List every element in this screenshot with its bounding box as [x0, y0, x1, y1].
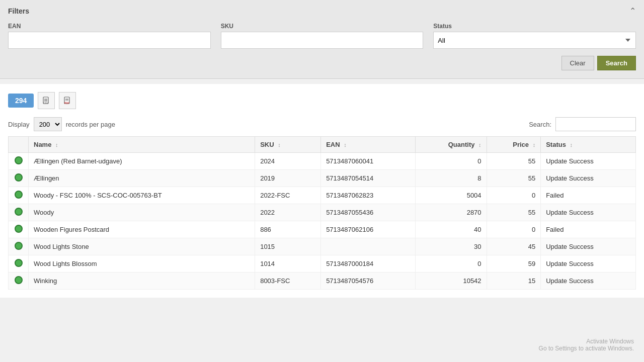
svg-text:PDF: PDF [64, 102, 69, 105]
row-name: Winking [29, 273, 255, 290]
row-ean: 5713487062823 [321, 187, 416, 204]
table-header: Name ↕ SKU ↕ EAN ↕ Quantity ↕ Price ↕ St… [9, 137, 636, 153]
filters-actions: Clear Search [8, 56, 636, 70]
export-csv-button[interactable]: CSV [38, 92, 55, 109]
filters-title: Filters [8, 7, 29, 15]
row-sku: 2022-FSC [255, 187, 321, 204]
data-table: Name ↕ SKU ↕ EAN ↕ Quantity ↕ Price ↕ St… [8, 136, 636, 290]
per-page-select[interactable]: 10 25 50 100 200 [34, 117, 62, 131]
sku-label: SKU [221, 23, 424, 30]
filters-row: EAN SKU Status All Active Inactive [8, 23, 636, 49]
table-search-input[interactable] [555, 117, 636, 131]
export-pdf-icon: PDF [63, 97, 71, 105]
row-status-icon [15, 242, 23, 250]
row-icon-cell [9, 221, 29, 238]
row-status-icon [15, 208, 23, 216]
row-status: Update Success [541, 238, 636, 255]
row-icon-cell [9, 238, 29, 255]
row-status-icon [15, 173, 23, 182]
row-name: Wood Lights Blossom [29, 255, 255, 273]
display-label: Display [8, 121, 30, 128]
row-name: Ællingen [29, 170, 255, 187]
row-price: 0 [487, 187, 541, 204]
row-price: 55 [487, 170, 541, 187]
row-name: Ællingen (Red Barnet-udgave) [29, 153, 255, 170]
col-price[interactable]: Price ↕ [487, 137, 541, 153]
row-status-icon [15, 156, 23, 164]
ean-input[interactable] [8, 32, 211, 49]
display-row: Display 10 25 50 100 200 records per pag… [8, 117, 636, 131]
table-row: Ællingen 2019 5713487054514 8 55 Update … [9, 170, 636, 187]
row-status-icon [15, 191, 23, 199]
row-quantity: 30 [415, 238, 487, 255]
row-quantity: 40 [415, 221, 487, 238]
row-icon-cell [9, 255, 29, 273]
table-row: Wooden Figures Postcard 886 571348706210… [9, 221, 636, 238]
row-price: 0 [487, 221, 541, 238]
col-status[interactable]: Status ↕ [541, 137, 636, 153]
row-price: 15 [487, 273, 541, 290]
sku-input[interactable] [221, 32, 424, 49]
row-sku: 1015 [255, 238, 321, 255]
export-csv-icon: CSV [42, 97, 50, 105]
col-icon [9, 137, 29, 153]
row-status: Failed [541, 187, 636, 204]
row-icon-cell [9, 153, 29, 170]
sort-name-icon: ↕ [55, 142, 58, 148]
status-select[interactable]: All Active Inactive [433, 32, 636, 49]
row-ean: 5713487054514 [321, 170, 416, 187]
filter-group-status: Status All Active Inactive [433, 23, 636, 49]
row-ean [321, 238, 416, 255]
row-quantity: 8 [415, 170, 487, 187]
per-page-label: records per page [66, 121, 115, 128]
sort-ean-icon: ↕ [344, 142, 347, 148]
row-icon-cell [9, 204, 29, 221]
table-body: Ællingen (Red Barnet-udgave) 2024 571348… [9, 153, 636, 290]
search-button[interactable]: Search [597, 56, 636, 70]
col-ean[interactable]: EAN ↕ [321, 137, 416, 153]
row-sku: 2019 [255, 170, 321, 187]
col-name[interactable]: Name ↕ [29, 137, 255, 153]
row-status: Failed [541, 221, 636, 238]
table-row: Wood Lights Blossom 1014 5713487000184 0… [9, 255, 636, 273]
record-count-badge: 294 [8, 94, 34, 108]
ean-label: EAN [8, 23, 211, 30]
table-row: Woody - FSC 100% - SCS-COC-005763-BT 202… [9, 187, 636, 204]
row-price: 55 [487, 153, 541, 170]
table-search-label: Search: [529, 121, 551, 128]
row-status-icon [15, 259, 23, 267]
row-name: Woody - FSC 100% - SCS-COC-005763-BT [29, 187, 255, 204]
row-quantity: 2870 [415, 204, 487, 221]
row-quantity: 0 [415, 153, 487, 170]
col-quantity[interactable]: Quantity ↕ [415, 137, 487, 153]
main-content: 294 CSV PDF Display 10 25 [0, 84, 644, 298]
row-quantity: 0 [415, 255, 487, 273]
display-right: Search: [529, 117, 636, 131]
row-ean: 5713487060041 [321, 153, 416, 170]
row-status: Update Success [541, 255, 636, 273]
row-name: Wooden Figures Postcard [29, 221, 255, 238]
row-icon-cell [9, 187, 29, 204]
col-sku[interactable]: SKU ↕ [255, 137, 321, 153]
row-sku: 2022 [255, 204, 321, 221]
row-price: 59 [487, 255, 541, 273]
row-name: Wood Lights Stone [29, 238, 255, 255]
table-row: Wood Lights Stone 1015 30 45 Update Succ… [9, 238, 636, 255]
row-ean: 5713487055436 [321, 204, 416, 221]
clear-button[interactable]: Clear [561, 56, 594, 70]
row-status-icon [15, 225, 23, 233]
row-sku: 8003-FSC [255, 273, 321, 290]
export-pdf-button[interactable]: PDF [59, 92, 76, 109]
table-row: Winking 8003-FSC 5713487054576 10542 15 … [9, 273, 636, 290]
sort-quantity-icon: ↕ [478, 142, 481, 148]
row-status: Update Success [541, 153, 636, 170]
row-status: Update Success [541, 204, 636, 221]
row-price: 45 [487, 238, 541, 255]
filters-panel: Filters ⌃ EAN SKU Status All Active Inac… [0, 0, 644, 79]
filters-collapse-icon[interactable]: ⌃ [629, 6, 636, 16]
sort-status-icon: ↕ [570, 142, 573, 148]
row-ean: 5713487054576 [321, 273, 416, 290]
sort-price-icon: ↕ [533, 142, 536, 148]
svg-text:CSV: CSV [43, 102, 49, 105]
sort-sku-icon: ↕ [278, 142, 281, 148]
